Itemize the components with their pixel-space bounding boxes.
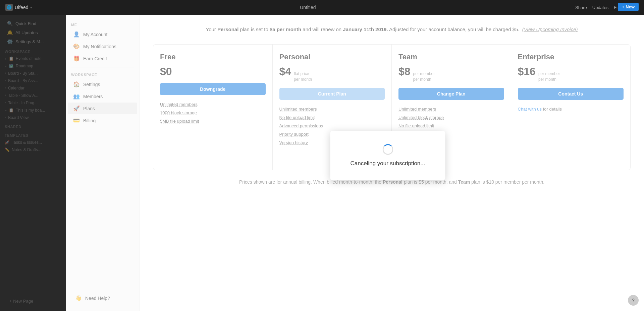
help-button[interactable]: ? xyxy=(628,295,639,306)
logo-dropdown-icon: ▾ xyxy=(30,5,32,10)
loading-modal: Canceling your subscription... xyxy=(330,131,445,180)
topbar: 🌐 Uifeed ▾ Untitled Share Updates Favori… xyxy=(0,0,644,15)
loading-text: Canceling your subscription... xyxy=(350,160,425,167)
updates-button[interactable]: Updates xyxy=(592,5,608,10)
app-logo[interactable]: 🌐 Uifeed ▾ xyxy=(5,4,32,11)
document-title: Untitled xyxy=(40,5,575,10)
logo-icon: 🌐 xyxy=(5,4,13,11)
loading-spinner xyxy=(382,144,393,155)
share-button[interactable]: Share xyxy=(575,5,587,10)
logo-text: Uifeed xyxy=(15,5,28,10)
new-button[interactable]: + New xyxy=(618,3,639,11)
